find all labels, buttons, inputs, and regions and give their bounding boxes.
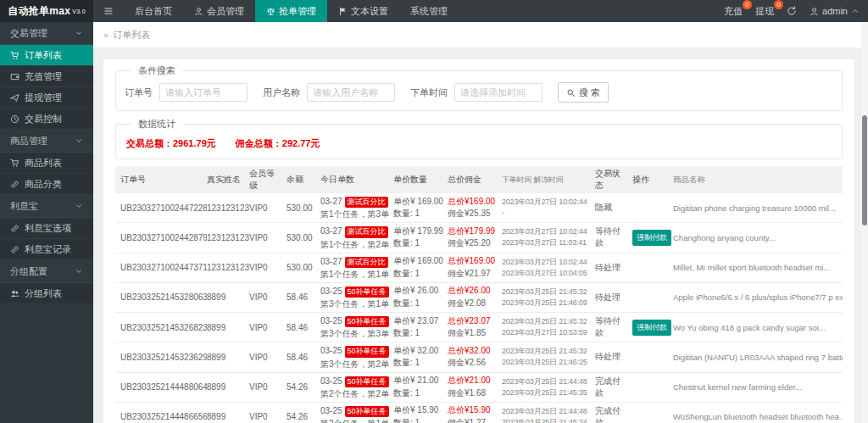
order-date: 03-25 — [320, 346, 342, 355]
order-number: UB2303252144488064 — [115, 381, 207, 393]
topnav-item[interactable]: 会员管理 — [183, 0, 255, 22]
sidebar-section-title[interactable]: 分组配置 — [0, 260, 93, 283]
commission: 佣金¥1.68 — [448, 387, 497, 400]
vip-level: VIP0 — [249, 321, 287, 334]
time-cell: 2023年03月27日 10:02:44 2023年03月27日 10:04:0… — [502, 255, 595, 281]
table-body: UB2303271002447228 123123123 VIP0 530.00… — [115, 193, 843, 423]
sidebar-item[interactable]: 订单列表 — [0, 45, 93, 66]
search-button-label: 搜 索 — [579, 86, 600, 99]
chevron-down-icon — [75, 267, 83, 276]
topnav-item-label: 抢单管理 — [279, 5, 316, 18]
sidebar-item[interactable]: 交易控制 — [0, 109, 93, 130]
total-trade-stat: 交易总额：2961.79元 — [126, 138, 216, 148]
vip-level: VIP0 — [249, 261, 287, 274]
vip-level: VIP0 — [249, 410, 287, 423]
sidebar-item[interactable]: 分组列表 — [0, 283, 93, 304]
sidebar-section-title[interactable]: 利息宝 — [0, 195, 93, 218]
unfreeze-time: 2023年03月27日 11:03:41 — [502, 237, 590, 248]
top-bar: 自动抢单maxV3.0 后台首页会员管理抢单管理文本设置系统管理 充值 0 提现… — [0, 0, 868, 22]
link-icon — [10, 224, 19, 233]
product-name: Digititan phone charging treasure 10000 … — [673, 202, 843, 214]
column-header: 操作 — [632, 172, 673, 187]
search-button[interactable]: 搜 索 — [558, 82, 609, 103]
withdraw-link[interactable]: 提现 0 — [755, 5, 774, 18]
topnav-item-label: 系统管理 — [410, 5, 448, 18]
admin-menu[interactable]: admin — [810, 6, 860, 16]
commission: 佣金¥21.97 — [448, 268, 497, 281]
topnav-item[interactable]: 文本设置 — [327, 0, 399, 22]
recharge-link[interactable]: 充值 0 — [724, 5, 743, 18]
sidebar-section-label: 交易管理 — [10, 27, 47, 40]
search-field-input[interactable] — [454, 83, 542, 102]
sidebar-item[interactable]: 商品分类 — [0, 174, 93, 195]
menu-toggle-icon[interactable] — [93, 0, 124, 22]
unit-price: 单价¥ 23.07 — [393, 315, 442, 328]
order-date: 03-27 — [320, 226, 342, 236]
balance: 530.00 — [287, 261, 320, 274]
total-price: 总价¥21.00 — [448, 375, 497, 387]
today-orders-cell: 03-2550补单任务 第2个任务，第1单 — [320, 403, 393, 423]
topbar-right: 充值 0 提现 0 admin — [724, 0, 868, 22]
sidebar-item-label: 商品分类 — [25, 178, 62, 191]
table-header-row: 订单号真实姓名会员等级余额今日单数单价数量总价佣金下单时间 解冻时间交易状态操作… — [115, 166, 843, 193]
task-info: 第2个任务，第1单 — [320, 417, 388, 423]
total-price-cell: 总价¥179.99 佣金¥25.20 — [448, 224, 502, 252]
sidebar-item[interactable]: 利息宝选项 — [0, 218, 93, 239]
stats-line: 交易总额：2961.79元 佣金总额：292.77元 — [125, 136, 833, 151]
time-cell: 2023年03月27日 10:02:44 - — [502, 195, 595, 220]
real-name: 8899 — [207, 351, 249, 364]
topnav-item[interactable]: 后台首页 — [124, 0, 183, 22]
status-text: 等待付款 — [595, 224, 632, 251]
search-field-input[interactable] — [307, 83, 395, 102]
force-pay-button[interactable]: 强制付款 — [632, 320, 671, 336]
total-price-cell: 总价¥15.90 佣金¥1.27 — [448, 403, 502, 423]
force-pay-button[interactable]: 强制付款 — [632, 230, 671, 246]
unit-price: 单价¥ 32.00 — [393, 345, 442, 358]
total-price: 总价¥169.00 — [448, 255, 497, 268]
sidebar-section-title[interactable]: 交易管理 — [0, 22, 93, 45]
task-info: 第1个任务，第3单 — [320, 208, 388, 220]
order-time: 2023年03月25日 21:45:32 — [502, 346, 590, 357]
search-field-input[interactable] — [159, 83, 248, 102]
scrollbar-track[interactable] — [861, 22, 868, 423]
sidebar-item[interactable]: 利息宝记录 — [0, 239, 93, 260]
sidebar-section-label: 商品管理 — [10, 135, 47, 147]
vip-level: VIP0 — [249, 351, 287, 364]
today-orders-cell: 03-27测试百分比 第1个任务，第3单 — [320, 193, 393, 222]
withdraw-label: 提现 — [755, 5, 774, 18]
sidebar-item[interactable]: 提现管理 — [0, 87, 93, 109]
column-header: 交易状态 — [595, 166, 632, 193]
balance: 58.46 — [287, 291, 320, 303]
topnav-item[interactable]: 系统管理 — [399, 0, 459, 22]
total-price-cell: 总价¥169.00 佣金¥25.35 — [448, 194, 502, 222]
sidebar-section-title[interactable]: 商品管理 — [0, 130, 93, 153]
sidebar-item[interactable]: 充值管理 — [0, 66, 93, 87]
total-price: 总价¥179.99 — [448, 225, 497, 238]
table-row: UB2303252145326823 8899 VIP0 58.46 03-25… — [115, 313, 843, 342]
orders-table: 订单号真实姓名会员等级余额今日单数单价数量总价佣金下单时间 解冻时间交易状态操作… — [115, 166, 843, 423]
order-date: 03-27 — [320, 197, 342, 206]
order-time: 2023年03月25日 21:45:32 — [502, 287, 590, 298]
unit-price-cell: 单价¥ 26.00 数量: 1 — [393, 283, 448, 311]
unit-price-cell: 单价¥ 21.00 数量: 1 — [393, 373, 448, 401]
users-icon — [10, 289, 19, 298]
time-cell: 2023年03月25日 21:45:32 2023年03月27日 10:53:5… — [502, 314, 595, 340]
unit-price-cell: 单价¥ 23.07 数量: 1 — [393, 314, 448, 342]
commission: 佣金¥2.56 — [448, 357, 497, 370]
order-number: UB2303252145323629 — [115, 351, 207, 364]
topnav-item[interactable]: 抢单管理 — [255, 0, 327, 22]
wallet-icon — [10, 72, 19, 81]
refresh-icon[interactable] — [787, 6, 797, 16]
total-price-cell: 总价¥32.00 佣金¥2.56 — [448, 343, 502, 371]
sidebar-item-label: 分组列表 — [25, 287, 62, 300]
order-date: 03-25 — [320, 406, 342, 415]
order-time: 2023年03月25日 21:44:48 — [502, 406, 590, 417]
scale-icon — [266, 7, 275, 16]
commission: 佣金¥1.85 — [448, 327, 497, 340]
sidebar: 交易管理订单列表充值管理提现管理交易控制商品管理商品列表商品分类利息宝利息宝选项… — [0, 22, 93, 423]
scrollbar-thumb[interactable] — [862, 115, 867, 225]
sidebar-item[interactable]: 商品列表 — [0, 153, 93, 174]
sidebar-section-label: 利息宝 — [10, 200, 38, 213]
total-price-cell: 总价¥21.00 佣金¥1.68 — [448, 373, 502, 401]
unfreeze-time: 2023年03月25日 21:46:25 — [502, 357, 590, 368]
